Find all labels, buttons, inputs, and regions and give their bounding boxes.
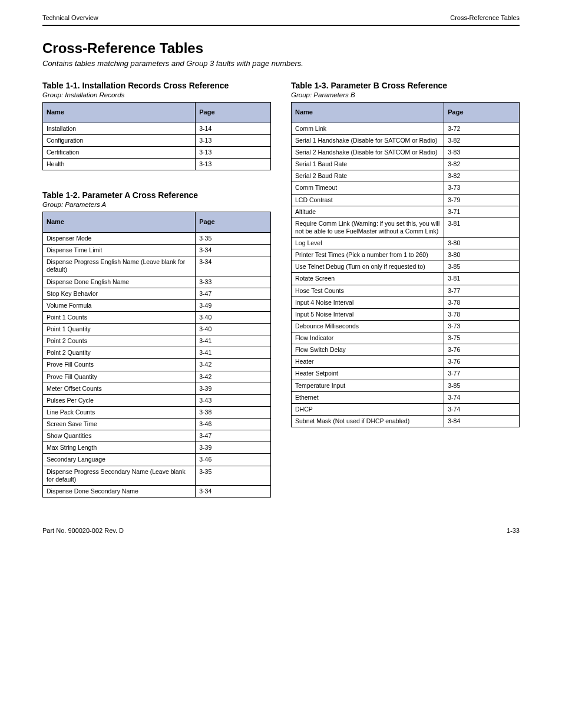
cell-page: 3-85 — [444, 380, 520, 391]
table-row: Secondary Language3-46 — [43, 454, 271, 466]
cell-name: Dispense Progress English Name (Leave bl… — [43, 256, 196, 276]
table-row: Prove Fill Counts3-42 — [43, 359, 271, 371]
cell-name: Stop Key Behavior — [43, 288, 196, 299]
table-row: Serial 2 Handshake (Disable for SATCOM o… — [292, 147, 520, 159]
cell-name: Debounce Milliseconds — [292, 320, 444, 332]
table-row: Dispense Progress English Name (Leave bl… — [43, 256, 271, 276]
table-subtitle: Group: Installation Records — [42, 91, 271, 98]
table-title: Table 1-1. Installation Records Cross Re… — [42, 81, 271, 90]
cell-name: Temperature Input — [292, 380, 444, 391]
cell-name: Serial 2 Baud Rate — [292, 170, 444, 182]
cell-name: Comm Timeout — [292, 182, 444, 194]
cross-reference-table: NamePageInstallation3-14Configuration3-1… — [42, 102, 271, 170]
table-row: Temperature Input3-85 — [292, 380, 520, 391]
cell-page: 3-33 — [196, 276, 271, 288]
column-header-name: Name — [292, 103, 444, 123]
cell-page: 3-13 — [196, 159, 271, 170]
cell-page: 3-82 — [444, 134, 520, 146]
cell-name: LCD Contrast — [292, 194, 444, 206]
cell-page: 3-76 — [444, 356, 520, 368]
cell-page: 3-39 — [196, 442, 271, 454]
table-row: Comm Timeout3-73 — [292, 182, 520, 194]
running-head-right: Cross-Reference Tables — [450, 14, 520, 21]
cell-page: 3-41 — [196, 347, 271, 359]
cell-name: Screen Save Time — [43, 419, 196, 430]
section-title: Cross-Reference Tables — [42, 40, 520, 57]
cell-name: Rotate Screen — [292, 273, 444, 285]
cell-page: 3-34 — [196, 245, 271, 256]
cell-name: Point 2 Quantity — [43, 347, 196, 359]
table-row: Flow Indicator3-75 — [292, 332, 520, 344]
cell-name: Show Quantities — [43, 430, 196, 442]
cell-name: Prove Fill Quantity — [43, 371, 196, 383]
header-rule — [42, 25, 520, 26]
table-row: Ethernet3-74 — [292, 391, 520, 403]
table-row: Use Telnet Debug (Turn on only if reques… — [292, 261, 520, 273]
table-row: Line Pack Counts3-38 — [43, 406, 271, 418]
table-row: Point 2 Quantity3-41 — [43, 347, 271, 359]
table-row: DHCP3-74 — [292, 403, 520, 415]
cell-name: Pulses Per Cycle — [43, 394, 196, 406]
cell-name: Dispense Progress Secondary Name (Leave … — [43, 466, 196, 485]
cell-name: Serial 1 Baud Rate — [292, 159, 444, 170]
table-row: Certification3-13 — [43, 147, 271, 159]
table-row: Screen Save Time3-46 — [43, 419, 271, 430]
cell-page: 3-40 — [196, 311, 271, 323]
cell-page: 3-80 — [444, 249, 520, 261]
cell-name: Flow Switch Delay — [292, 344, 444, 356]
cell-page: 3-72 — [444, 123, 520, 134]
cell-name: Serial 2 Handshake (Disable for SATCOM o… — [292, 147, 444, 159]
cell-page: 3-78 — [444, 297, 520, 308]
cell-page: 3-77 — [444, 368, 520, 380]
table-row: Serial 1 Handshake (Disable for SATCOM o… — [292, 134, 520, 146]
cell-name: Line Pack Counts — [43, 406, 196, 418]
table-row: Serial 2 Baud Rate3-82 — [292, 170, 520, 182]
cell-name: Comm Link — [292, 123, 444, 134]
cell-page: 3-47 — [196, 430, 271, 442]
cell-page: 3-82 — [444, 170, 520, 182]
cell-page: 3-74 — [444, 403, 520, 415]
cell-name: Installation — [43, 123, 196, 134]
cell-page: 3-34 — [196, 485, 271, 497]
cell-page: 3-46 — [196, 454, 271, 466]
table-row: Installation3-14 — [43, 123, 271, 134]
table-row: Show Quantities3-47 — [43, 430, 271, 442]
content-columns: Table 1-1. Installation Records Cross Re… — [42, 81, 520, 498]
cell-name: Subnet Mask (Not used if DHCP enabled) — [292, 415, 444, 427]
cell-name: Heater Setpoint — [292, 368, 444, 380]
cell-name: Log Level — [292, 238, 444, 249]
cell-page: 3-85 — [444, 261, 520, 273]
table-row: Health3-13 — [43, 159, 271, 170]
table-row: Dispense Done Secondary Name3-34 — [43, 485, 271, 497]
table-subtitle: Group: Parameters A — [42, 201, 271, 208]
cell-page: 3-75 — [444, 332, 520, 344]
cell-page: 3-35 — [196, 233, 271, 245]
column-header-page: Page — [196, 212, 271, 233]
table-row: Prove Fill Quantity3-42 — [43, 371, 271, 383]
table-row: Altitude3-71 — [292, 206, 520, 218]
cell-page: 3-78 — [444, 308, 520, 320]
table-row: Subnet Mask (Not used if DHCP enabled)3-… — [292, 415, 520, 427]
cell-name: Meter Offset Counts — [43, 383, 196, 394]
cell-page: 3-38 — [196, 406, 271, 418]
table-row: Point 2 Counts3-41 — [43, 335, 271, 347]
cell-page: 3-42 — [196, 359, 271, 371]
cell-page: 3-73 — [444, 182, 520, 194]
cell-name: Point 2 Counts — [43, 335, 196, 347]
table-row: Dispense Time Limit3-34 — [43, 245, 271, 256]
table-row: Debounce Milliseconds3-73 — [292, 320, 520, 332]
cell-name: Input 4 Noise Interval — [292, 297, 444, 308]
cell-name: Heater — [292, 356, 444, 368]
table-row: Max String Length3-39 — [43, 442, 271, 454]
cell-page: 3-76 — [444, 344, 520, 356]
cell-page: 3-82 — [444, 159, 520, 170]
table-row: Input 4 Noise Interval3-78 — [292, 297, 520, 308]
table-title: Table 1-3. Parameter B Cross Reference — [291, 81, 520, 90]
table-row: Meter Offset Counts3-39 — [43, 383, 271, 394]
cell-name: Dispense Done Secondary Name — [43, 485, 196, 497]
cell-name: Dispense Time Limit — [43, 245, 196, 256]
table-row: Hose Test Counts3-77 — [292, 285, 520, 297]
cell-page: 3-81 — [444, 218, 520, 237]
cell-page: 3-41 — [196, 335, 271, 347]
cell-page: 3-35 — [196, 466, 271, 485]
